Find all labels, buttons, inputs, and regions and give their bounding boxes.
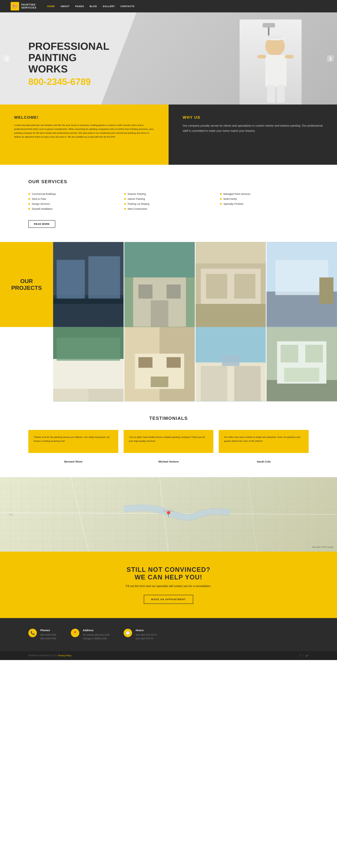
- bullet-icon: [28, 208, 30, 210]
- privacy-policy-link[interactable]: Privacy Policy: [58, 654, 71, 657]
- list-item: Specialty Finishes: [220, 202, 309, 206]
- bullet-icon: [124, 208, 126, 210]
- svg-rect-8: [267, 85, 275, 103]
- facebook-icon[interactable]: f: [300, 654, 300, 657]
- svg-rect-25: [206, 274, 227, 299]
- projects-title: OUR PROJECTS: [11, 278, 42, 291]
- footer-phones-lines: 800-2345-6789, 800-2345-6790: [40, 633, 57, 641]
- hero-phone: 800-2345-6789: [28, 76, 117, 87]
- footer-address-content: Address 28 Jackson Blvd Ste 1020 Chicago…: [83, 629, 110, 641]
- project-image[interactable]: [53, 327, 124, 401]
- svg-rect-50: [222, 355, 239, 366]
- list-item: Interior Painting: [124, 196, 213, 202]
- services-title: OUR SERVICES: [28, 179, 309, 184]
- main-nav: HOME ABOUT PAGES BLOG GALLERY CONTACTS: [47, 5, 134, 8]
- nav-about[interactable]: ABOUT: [61, 5, 70, 8]
- svg-rect-12: [57, 260, 85, 299]
- svg-line-66: [106, 477, 110, 552]
- svg-rect-42: [138, 357, 152, 368]
- map-section[interactable]: New York Map 📍 Map data ©2016 Google: [0, 477, 337, 552]
- project-image[interactable]: [124, 242, 195, 327]
- cta-subtitle: Fill out the form and our specialist wil…: [28, 585, 309, 588]
- project-image[interactable]: [267, 327, 337, 401]
- welcome-text: A well-executed paint job can breathe ne…: [14, 123, 154, 139]
- testimonial-text: I am so glad I have finally found a reli…: [129, 435, 208, 443]
- logo-text: PAINTING SERVICES: [21, 3, 37, 9]
- hours-icon: 🕐: [124, 629, 132, 637]
- make-appointment-button[interactable]: MAKE AN APPOINTMENT: [144, 595, 193, 604]
- testimonials-section: TESTIMONIALS Thanks a lot for the painti…: [0, 401, 337, 477]
- bullet-icon: [124, 203, 126, 205]
- svg-rect-56: [305, 345, 323, 363]
- project-image[interactable]: [195, 242, 266, 327]
- footer-hours-lines: 6am-4pm PST M-Th; 6am-3pm PST Fri: [136, 633, 157, 641]
- testimonial-text: Thanks a lot for the painting service yo…: [34, 435, 113, 443]
- project-image[interactable]: [195, 327, 266, 401]
- testimonial-name: Bernard Show: [28, 458, 118, 463]
- nav-gallery[interactable]: GALLERY: [103, 5, 115, 8]
- svg-rect-31: [319, 277, 334, 304]
- footer-phones-title: Phones: [40, 629, 57, 632]
- hero-title: PROFESSIONAL PAINTING WORKS: [28, 40, 117, 74]
- googleplus-icon[interactable]: g+: [305, 654, 309, 657]
- svg-text:Map: Map: [9, 514, 13, 516]
- project-image[interactable]: [124, 327, 195, 401]
- nav-pages[interactable]: PAGES: [75, 5, 84, 8]
- why-us-title: WHY US: [183, 115, 323, 120]
- svg-rect-57: [284, 368, 319, 382]
- footer-hours-content: Hours: 6am-4pm PST M-Th; 6am-3pm PST Fri: [136, 629, 157, 641]
- svg-rect-7: [285, 55, 294, 58]
- read-more-button[interactable]: READ MORE: [28, 220, 55, 228]
- svg-rect-26: [234, 274, 255, 299]
- list-item: Parking Lot Striping: [124, 202, 213, 206]
- svg-rect-20: [151, 300, 168, 327]
- list-item: Managed Paint Services: [220, 191, 309, 196]
- testimonial-card: I am so glad I have finally found a reli…: [124, 430, 214, 453]
- svg-rect-44: [151, 377, 168, 387]
- testimonial-text: Our office has never looked so bright an…: [224, 435, 303, 443]
- footer-address: 📍 Address 28 Jackson Blvd Ste 1020 Chica…: [71, 629, 110, 641]
- bullet-icon: [28, 193, 30, 195]
- project-image[interactable]: [53, 242, 124, 327]
- projects-images-top: [53, 242, 337, 327]
- footer: 📞 Phones 800-2345-6789, 800-2345-6790 📍 …: [0, 618, 337, 651]
- twitter-icon[interactable]: t: [303, 654, 303, 657]
- services-col-3: Managed Paint Services Multi-Family Spec…: [220, 191, 309, 211]
- projects-section: OUR PROJECTS: [0, 242, 337, 401]
- nav-contacts[interactable]: CONTACTS: [121, 5, 134, 8]
- list-item: Exterior Painting: [124, 191, 213, 196]
- svg-rect-35: [57, 338, 120, 361]
- testimonials-title: TESTIMONIALS: [28, 415, 309, 421]
- logo[interactable]: 🎨 PAINTING SERVICES: [11, 2, 37, 10]
- svg-rect-1: [263, 23, 275, 27]
- header: 🎨 PAINTING SERVICES HOME ABOUT PAGES BLO…: [0, 0, 337, 12]
- testimonial-name: Michael Ventura: [124, 458, 214, 463]
- svg-line-68: [283, 477, 287, 552]
- footer-social: f t g+: [300, 654, 309, 657]
- nav-home[interactable]: HOME: [47, 5, 55, 8]
- cta-section: STILL NOT CONVINCED? WE CAN HELP YOU! Fi…: [0, 552, 337, 618]
- svg-rect-6: [257, 55, 266, 58]
- footer-address-lines: 28 Jackson Blvd Ste 1020 Chicago IL 6060…: [83, 633, 110, 641]
- services-section: OUR SERVICES Commercial Buildings Deck &…: [0, 165, 337, 242]
- project-image[interactable]: [267, 242, 337, 327]
- svg-rect-18: [138, 284, 152, 299]
- footer-hours-title: Hours:: [136, 629, 157, 632]
- hero-background: [101, 12, 337, 104]
- svg-rect-36: [53, 389, 88, 401]
- bullet-icon: [220, 203, 222, 205]
- projects-top-row: OUR PROJECTS: [0, 242, 337, 327]
- bullet-icon: [124, 193, 126, 195]
- hero-painter-image: [240, 20, 302, 104]
- list-item: Design Services: [28, 202, 117, 206]
- hero-next-button[interactable]: ❯: [327, 55, 333, 62]
- hero-prev-button[interactable]: ❮: [4, 55, 10, 62]
- projects-bottom-row: [53, 327, 337, 401]
- svg-rect-14: [53, 299, 124, 304]
- welcome-section: WELCOME! A well-executed paint job can b…: [0, 104, 337, 165]
- svg-rect-48: [201, 366, 227, 401]
- map-background: New York Map 📍 Map data ©2016 Google: [0, 477, 337, 552]
- nav-blog[interactable]: BLOG: [90, 5, 97, 8]
- footer-phones-content: Phones 800-2345-6789, 800-2345-6790: [40, 629, 57, 641]
- svg-rect-49: [234, 366, 261, 401]
